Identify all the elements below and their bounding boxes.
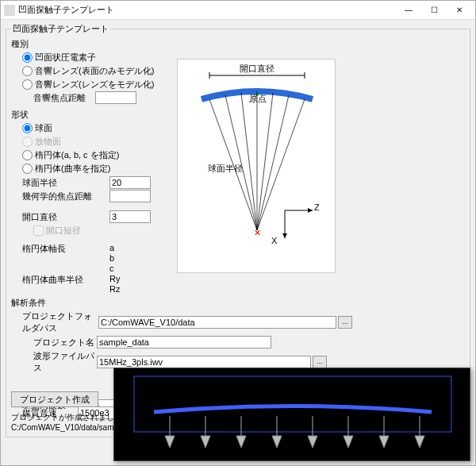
shape-ellip-curv-label: 楕円体(曲率を指定) bbox=[35, 163, 110, 175]
shape-spherical-radio[interactable] bbox=[22, 123, 33, 133]
minimize-button[interactable]: — bbox=[396, 2, 421, 18]
wave-path-label: 波形ファイルパス bbox=[33, 350, 97, 374]
curv-rz: Rz bbox=[109, 284, 120, 294]
proj-name-input[interactable] bbox=[97, 336, 271, 349]
shape-spherical-label: 球面 bbox=[35, 122, 52, 134]
ellip-curv-list: Ry Rz bbox=[109, 274, 120, 294]
titlebar: 凹面探触子テンプレート — ☐ ✕ bbox=[1, 1, 475, 20]
diagram-aperture-label: 開口直径 bbox=[240, 63, 274, 75]
acoustic-focal-input[interactable] bbox=[95, 91, 136, 104]
window-title: 凹面探触子テンプレート bbox=[18, 4, 396, 16]
svg-marker-26 bbox=[308, 436, 317, 448]
svg-line-8 bbox=[257, 93, 273, 230]
type-lens-model-radio[interactable] bbox=[22, 79, 33, 90]
shape-parabolic-label: 放物面 bbox=[35, 136, 61, 148]
diagram-z-label: Z bbox=[314, 202, 320, 212]
maximize-button[interactable]: ☐ bbox=[421, 2, 447, 18]
sph-radius-input[interactable] bbox=[109, 176, 151, 189]
aperture-d-input[interactable] bbox=[109, 210, 151, 223]
shape-ellip-abc-radio[interactable] bbox=[22, 150, 33, 160]
ellip-curv-label: 楕円体曲率半径 bbox=[22, 274, 109, 286]
svg-marker-15 bbox=[282, 233, 287, 238]
analysis-legend: 解析条件 bbox=[11, 297, 465, 309]
shape-ellip-curv-radio[interactable] bbox=[22, 164, 33, 174]
proj-folder-browse-button[interactable]: ... bbox=[338, 316, 352, 329]
status-line2: C:/ComWAVE_V10/data/samp bbox=[11, 423, 122, 432]
type-legend: 種別 bbox=[11, 38, 465, 50]
diagram-x-label: X bbox=[271, 236, 277, 245]
app-icon bbox=[4, 5, 15, 16]
svg-marker-22 bbox=[236, 436, 246, 448]
type-concave-label: 凹面状圧電素子 bbox=[35, 52, 96, 64]
type-concave-radio[interactable] bbox=[22, 52, 33, 63]
type-lens-surface-label: 音響レンズ(表面のみモデル化) bbox=[35, 65, 154, 77]
curv-ry: Ry bbox=[109, 274, 120, 283]
ellip-axes-list: a b c bbox=[109, 243, 114, 273]
svg-line-6 bbox=[241, 93, 257, 230]
type-lens-model-label: 音響レンズ(レンズをモデル化) bbox=[35, 79, 154, 91]
aperture-s-check bbox=[33, 225, 44, 236]
svg-marker-30 bbox=[379, 436, 389, 448]
diagram-origin-label: 原点 bbox=[249, 93, 267, 105]
shape-parabolic-radio bbox=[22, 137, 33, 147]
aperture-s-label: 開口短径 bbox=[46, 225, 81, 237]
axis-c: c bbox=[109, 264, 114, 273]
proj-name-label: プロジェクト名 bbox=[33, 337, 97, 349]
svg-line-9 bbox=[257, 95, 289, 230]
diagram-radius-label: 球面半径 bbox=[208, 163, 243, 175]
axis-a: a bbox=[109, 243, 114, 252]
close-button[interactable]: ✕ bbox=[447, 2, 472, 18]
axis-b: b bbox=[109, 253, 114, 263]
main-legend: 凹面探触子テンプレート bbox=[11, 23, 110, 35]
wave-path-input[interactable] bbox=[97, 356, 311, 368]
acoustic-focal-label: 音響焦点距離 bbox=[33, 92, 95, 104]
proj-folder-input[interactable] bbox=[98, 316, 336, 329]
sph-radius-label: 球面半径 bbox=[22, 177, 109, 189]
type-lens-surface-radio[interactable] bbox=[22, 66, 33, 76]
transducer-diagram: ✕ 開口直径 原点 球面半径 Z X bbox=[177, 59, 336, 273]
geom-focal-input[interactable] bbox=[109, 190, 151, 202]
svg-marker-28 bbox=[344, 436, 353, 448]
svg-marker-32 bbox=[415, 436, 424, 448]
status-line1: プロジェクトが作成されました bbox=[11, 412, 122, 423]
svg-marker-18 bbox=[165, 436, 175, 448]
result-preview bbox=[113, 368, 470, 461]
svg-marker-13 bbox=[308, 208, 313, 213]
proj-folder-label: プロジェクトフォルダパス bbox=[22, 310, 98, 334]
geom-focal-label: 幾何学的焦点距離 bbox=[22, 191, 109, 202]
svg-marker-24 bbox=[272, 436, 282, 448]
aperture-d-label: 開口直径 bbox=[22, 211, 109, 223]
wave-path-browse-button[interactable]: ... bbox=[313, 356, 327, 368]
svg-text:✕: ✕ bbox=[254, 228, 261, 237]
app-window: 凹面探触子テンプレート — ☐ ✕ 凹面探触子テンプレート 種別 凹面状圧電素子… bbox=[0, 0, 476, 466]
ellip-axes-label: 楕円体軸長 bbox=[22, 243, 109, 255]
shape-ellip-abc-label: 楕円体(a, b, c を指定) bbox=[35, 149, 119, 161]
svg-marker-20 bbox=[201, 436, 210, 448]
create-project-button[interactable]: プロジェクト作成 bbox=[11, 391, 98, 407]
